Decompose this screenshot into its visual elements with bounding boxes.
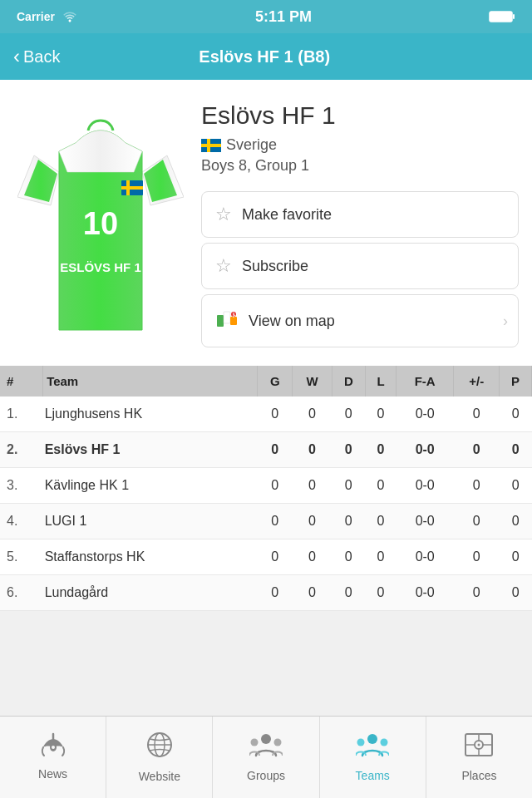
cell-l: 0	[366, 397, 397, 432]
svg-point-17	[251, 739, 259, 746]
svg-rect-7	[217, 315, 224, 327]
cell-fa: 0-0	[397, 539, 454, 575]
cell-p: 0	[500, 504, 532, 539]
tab-news[interactable]: News	[0, 717, 106, 798]
cell-fa: 0-0	[397, 468, 454, 504]
standings-section: # Team G W D L F-A +/- P 1. Ljunghusens …	[0, 366, 532, 611]
view-on-map-button[interactable]: View on map ›	[201, 294, 519, 347]
groups-icon	[249, 731, 283, 766]
table-row: 2. Eslövs HF 1 0 0 0 0 0-0 0 0	[0, 432, 532, 468]
cell-fa: 0-0	[397, 575, 454, 611]
subscribe-button[interactable]: ☆ Subscribe	[201, 243, 519, 289]
cell-p: 0	[500, 539, 532, 575]
col-w: W	[293, 366, 332, 397]
table-row: 6. Lundagård 0 0 0 0 0-0 0 0	[0, 575, 532, 611]
svg-point-19	[367, 734, 377, 744]
website-icon	[145, 730, 175, 766]
col-plusminus: +/-	[454, 366, 500, 397]
col-d: D	[332, 366, 365, 397]
star-outline-icon: ☆	[215, 255, 232, 277]
cell-plusminus: 0	[454, 468, 500, 504]
navigation-bar: ‹ Back Eslövs HF 1 (B8)	[0, 33, 532, 80]
team-group: Boys 8, Group 1	[201, 157, 519, 175]
map-chevron-icon: ›	[503, 313, 508, 330]
cell-d: 0	[332, 432, 365, 468]
team-country: Sverige	[201, 136, 519, 154]
cell-w: 0	[293, 468, 332, 504]
table-row: 3. Kävlinge HK 1 0 0 0 0 0-0 0 0	[0, 468, 532, 504]
tab-teams[interactable]: Teams	[320, 717, 426, 798]
cell-w: 0	[293, 432, 332, 468]
jersey-container: 10 ESLÖVS HF 1	[13, 93, 188, 351]
col-rank: #	[0, 366, 43, 397]
cell-p: 0	[500, 432, 532, 468]
status-bar: Carrier 5:11 PM	[0, 0, 532, 33]
tab-website[interactable]: Website	[106, 717, 213, 798]
subscribe-label: Subscribe	[242, 258, 308, 275]
cell-g: 0	[258, 432, 293, 468]
cell-g: 0	[258, 397, 293, 432]
star-icon: ☆	[215, 204, 232, 225]
svg-point-18	[274, 739, 282, 746]
svg-rect-1	[513, 14, 515, 19]
cell-g: 0	[258, 468, 293, 504]
teams-tab-label: Teams	[356, 769, 390, 782]
time-display: 5:11 PM	[255, 8, 312, 26]
view-on-map-label: View on map	[249, 313, 335, 330]
cell-l: 0	[366, 504, 397, 539]
cell-plusminus: 0	[454, 432, 500, 468]
cell-rank: 2.	[0, 432, 43, 468]
cell-plusminus: 0	[454, 504, 500, 539]
groups-tab-label: Groups	[247, 769, 285, 782]
cell-fa: 0-0	[397, 397, 454, 432]
svg-text:10: 10	[83, 206, 118, 241]
carrier-label: Carrier	[17, 10, 55, 23]
svg-point-20	[357, 739, 365, 746]
cell-plusminus: 0	[454, 575, 500, 611]
tab-places[interactable]: Places	[426, 717, 532, 798]
news-icon	[38, 732, 68, 764]
col-g: G	[258, 366, 293, 397]
cell-l: 0	[366, 539, 397, 575]
teams-icon	[356, 731, 389, 766]
svg-point-16	[261, 734, 271, 744]
cell-w: 0	[293, 575, 332, 611]
standings-table: # Team G W D L F-A +/- P 1. Ljunghusens …	[0, 366, 532, 611]
make-favorite-button[interactable]: ☆ Make favorite	[201, 191, 519, 238]
table-row: 1. Ljunghusens HK 0 0 0 0 0-0 0 0	[0, 397, 532, 432]
website-tab-label: Website	[139, 770, 180, 783]
cell-d: 0	[332, 504, 365, 539]
col-p: P	[500, 366, 532, 397]
table-header: # Team G W D L F-A +/- P	[0, 366, 532, 397]
cell-d: 0	[332, 468, 365, 504]
svg-text:ESLÖVS HF 1: ESLÖVS HF 1	[60, 260, 141, 274]
cell-g: 0	[258, 504, 293, 539]
cell-plusminus: 0	[454, 397, 500, 432]
back-button[interactable]: ‹ Back	[13, 45, 60, 68]
cell-team-name: Lundagård	[43, 575, 258, 611]
svg-point-12	[52, 746, 55, 749]
action-buttons: ☆ Make favorite ☆ Subscribe	[201, 191, 519, 352]
cell-rank: 6.	[0, 575, 43, 611]
nav-title: Eslövs HF 1 (B8)	[60, 47, 469, 66]
col-team: Team	[43, 366, 258, 397]
carrier-wifi: Carrier	[17, 9, 78, 25]
make-favorite-label: Make favorite	[242, 206, 332, 224]
cell-plusminus: 0	[454, 539, 500, 575]
cell-rank: 1.	[0, 397, 43, 432]
cell-w: 0	[293, 504, 332, 539]
news-tab-label: News	[38, 767, 67, 781]
jersey-image: 10 ESLÖVS HF 1	[17, 97, 184, 347]
back-chevron-icon: ‹	[13, 45, 20, 68]
back-label: Back	[23, 47, 60, 66]
tab-groups[interactable]: Groups	[213, 717, 319, 798]
places-icon	[462, 731, 495, 766]
cell-w: 0	[293, 397, 332, 432]
country-name: Sverige	[226, 136, 277, 154]
cell-g: 0	[258, 575, 293, 611]
cell-d: 0	[332, 575, 365, 611]
cell-l: 0	[366, 468, 397, 504]
cell-p: 0	[500, 575, 532, 611]
cell-d: 0	[332, 397, 365, 432]
cell-w: 0	[293, 539, 332, 575]
